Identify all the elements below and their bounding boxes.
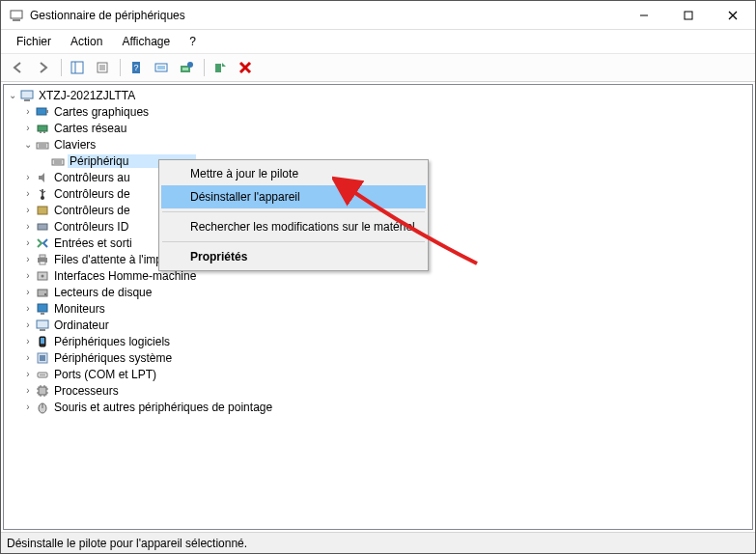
expander-closed-icon[interactable]: › <box>21 253 35 266</box>
toolbar: ? <box>1 54 755 82</box>
svg-rect-46 <box>38 290 47 296</box>
forward-button[interactable] <box>32 57 55 78</box>
expander-closed-icon[interactable]: › <box>21 286 35 299</box>
tree-node-label: Souris et autres périphériques de pointa… <box>52 401 274 414</box>
storage-controller-icon <box>35 203 50 218</box>
hid-icon <box>35 268 50 284</box>
tree-node-label: Lecteurs de disque <box>52 286 154 299</box>
computer-icon <box>19 88 35 103</box>
ide-controller-icon <box>35 219 50 235</box>
svg-rect-19 <box>215 64 221 72</box>
svg-rect-23 <box>24 99 30 101</box>
tree-node-mice[interactable]: › Souris et autres périphériques de poin… <box>4 399 752 415</box>
enable-device-button[interactable] <box>209 57 232 78</box>
tree-node-label: Ports (COM et LPT) <box>52 368 158 381</box>
network-adapter-icon <box>35 121 50 136</box>
tree-node-label: Contrôleurs au <box>52 171 132 184</box>
expander-closed-icon[interactable]: › <box>21 171 35 184</box>
menubar: Fichier Action Affichage ? <box>1 30 755 54</box>
svg-rect-24 <box>37 108 46 115</box>
tree-node-system-devices[interactable]: › Périphériques système <box>4 349 752 366</box>
window-controls <box>622 1 755 30</box>
menu-view[interactable]: Affichage <box>112 32 180 51</box>
window-title: Gestionnaire de périphériques <box>30 9 622 22</box>
expander-closed-icon[interactable]: › <box>21 187 35 201</box>
ctx-properties[interactable]: Propriétés <box>161 245 426 268</box>
tree-node-disk-drives[interactable]: › Lecteurs de disque <box>4 284 752 300</box>
expander-closed-icon[interactable]: › <box>21 401 35 414</box>
svg-rect-0 <box>11 11 22 18</box>
update-driver-button[interactable] <box>175 57 198 78</box>
expander-closed-icon[interactable]: › <box>21 122 35 135</box>
expander-open-icon[interactable]: ⌄ <box>6 89 19 102</box>
svg-rect-48 <box>38 304 47 312</box>
expander-open-icon[interactable]: ⌄ <box>21 138 35 152</box>
minimize-button[interactable] <box>622 1 666 30</box>
menu-file[interactable]: Fichier <box>7 32 61 51</box>
svg-rect-53 <box>41 338 44 344</box>
properties-button[interactable] <box>91 57 114 78</box>
svg-point-57 <box>40 374 42 375</box>
tree-node-ports[interactable]: › Ports (COM et LPT) <box>4 366 752 382</box>
ctx-separator <box>162 241 425 242</box>
device-tree-container: ⌄ XTZJ-2021ZJLTTA › Cartes graphiques › … <box>3 84 753 530</box>
expander-closed-icon[interactable]: › <box>21 220 35 234</box>
tree-node-monitors[interactable]: › Moniteurs <box>4 300 752 317</box>
svg-rect-3 <box>685 12 692 19</box>
svg-rect-60 <box>39 387 46 395</box>
expander-closed-icon[interactable]: › <box>21 384 35 398</box>
mouse-icon <box>35 400 50 415</box>
expander-closed-icon[interactable]: › <box>21 302 35 316</box>
tree-node-label: Cartes graphiques <box>52 105 151 119</box>
tree-node-label: Processeurs <box>52 384 121 398</box>
tree-root-label: XTZJ-2021ZJLTTA <box>37 89 137 102</box>
expander-closed-icon[interactable]: › <box>21 319 35 332</box>
svg-rect-51 <box>40 329 45 331</box>
expander-closed-icon[interactable]: › <box>21 351 35 365</box>
svg-rect-15 <box>157 66 165 69</box>
tree-node-label: Périphériques système <box>52 351 174 365</box>
ctx-update-driver[interactable]: Mettre à jour le pilote <box>161 162 426 185</box>
keyboard-icon <box>35 137 50 152</box>
tree-node-computer[interactable]: › Ordinateur <box>4 317 752 333</box>
uninstall-device-button[interactable] <box>234 57 257 78</box>
svg-rect-43 <box>40 262 45 264</box>
tree-node-software-devices[interactable]: › Périphériques logiciels <box>4 333 752 349</box>
monitor-icon <box>35 301 50 317</box>
scan-hardware-button[interactable] <box>150 57 173 78</box>
close-button[interactable] <box>711 1 755 30</box>
help-button[interactable]: ? <box>125 57 148 78</box>
svg-point-47 <box>44 293 46 295</box>
menu-action[interactable]: Action <box>61 32 112 51</box>
show-hide-tree-button[interactable] <box>66 57 89 78</box>
svg-text:?: ? <box>133 63 138 72</box>
expander-closed-icon[interactable]: › <box>21 236 35 250</box>
menu-help[interactable]: ? <box>180 32 206 51</box>
processor-icon <box>35 383 50 399</box>
svg-rect-49 <box>41 313 44 315</box>
tree-node-graphics[interactable]: › Cartes graphiques <box>4 103 752 120</box>
svg-rect-55 <box>40 355 45 361</box>
ctx-scan-hardware[interactable]: Rechercher les modifications sur le maté… <box>161 215 426 238</box>
tree-node-label: Cartes réseau <box>52 122 128 135</box>
tree-node-processors[interactable]: › Processeurs <box>4 382 752 399</box>
ctx-uninstall-device[interactable]: Désinstaller l'appareil <box>161 185 426 208</box>
toolbar-separator <box>61 59 62 76</box>
svg-rect-32 <box>52 159 64 165</box>
expander-closed-icon[interactable]: › <box>21 335 35 348</box>
tree-root[interactable]: ⌄ XTZJ-2021ZJLTTA <box>4 87 752 103</box>
svg-rect-22 <box>21 91 33 98</box>
expander-closed-icon[interactable]: › <box>21 204 35 217</box>
disk-icon <box>35 285 50 300</box>
tree-node-network[interactable]: › Cartes réseau <box>4 120 752 136</box>
maximize-button[interactable] <box>666 1 711 30</box>
expander-closed-icon[interactable]: › <box>21 105 35 119</box>
expander-closed-icon[interactable]: › <box>21 269 35 283</box>
tree-node-keyboards[interactable]: ⌄ Claviers <box>4 136 752 152</box>
toolbar-separator <box>120 59 121 76</box>
tree-node-label: Contrôleurs de <box>52 187 132 201</box>
svg-point-59 <box>43 374 45 375</box>
expander-closed-icon[interactable]: › <box>21 368 35 381</box>
back-button[interactable] <box>7 57 30 78</box>
svg-rect-42 <box>40 255 45 258</box>
